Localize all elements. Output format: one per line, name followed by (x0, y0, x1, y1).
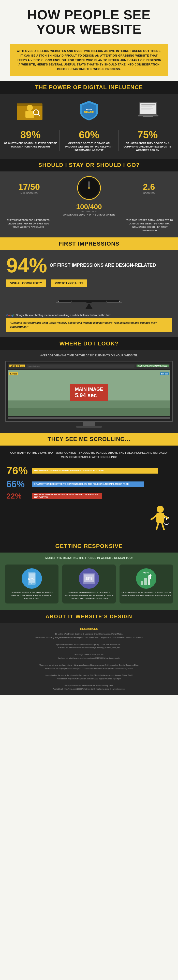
prototypicality-label: PROTOTYPICALITY (51, 280, 87, 287)
first-header: FIRST IMPRESSIONS (0, 237, 178, 250)
scroll-22-bar-fill: THE PERCENTAGE OF PAGES SCROLLED SEE THE… (32, 493, 102, 499)
resp-item-67: 67% OF USERS MORE LIKELY TO PURCHASE A P… (5, 565, 58, 604)
logo-label: LOGO 6.48 sec (9, 364, 25, 368)
scroll-76-desc: THE NUMBER OF PAGES ON WHICH PEOPLE USED… (34, 469, 104, 472)
monitor-base (76, 426, 102, 428)
first-percent: 94% (6, 255, 47, 276)
stats-row: 89% OF CUSTOMERS SEARCH THE WEB BEFORE M… (0, 126, 178, 159)
tablet-icon: 48% (79, 568, 99, 589)
stay-right-number: 2.6 (125, 182, 173, 192)
stay-right-desc: THE TIME NEEDED FOR A USER'S EYE TO LAND… (126, 219, 173, 232)
responsive-subtitle: Mobility is dictating the trends in webs… (5, 556, 173, 559)
first-quote-area: Google Google Research Blog recommends m… (6, 314, 172, 332)
stat-75-percent: 75% (121, 130, 174, 140)
about-design-title: ABOUT IT WEBSITE'S DESIGN (6, 614, 172, 619)
balance-illustration (6, 291, 172, 311)
where-subtitle: Average viewing time of the basic elemen… (5, 354, 173, 357)
scroll-person-illustration (6, 504, 172, 535)
brand-graphic: YOUR BRAND (74, 99, 104, 122)
main-image-time: 5.94 sec (75, 392, 97, 398)
svg-rect-3 (25, 111, 34, 118)
scroll-22-percent: 22% (6, 492, 29, 500)
responsive-icons-row: 67% OF USERS MORE LIKELY TO PURCHASE A P… (5, 565, 173, 604)
first-desc: OF FIRST IMPRESSIONS ARE DESIGN-RELATED (50, 262, 156, 268)
svg-text:67%: 67% (28, 577, 35, 581)
stay-right-stat: 2.6 SECONDS (125, 182, 173, 194)
resp-circle-48: 48% (79, 568, 99, 589)
stay-left-stat: 17/50 MILLISECONDS (5, 182, 53, 194)
svg-point-25 (88, 187, 90, 189)
svg-line-39 (156, 523, 158, 530)
svg-text:62%: 62% (143, 571, 149, 574)
stat-60: 60% OF PEOPLE GO TO THE BRAND OR PRODUCT… (61, 127, 117, 154)
where-header: WHERE DO I LOOK? (0, 337, 178, 350)
sidebar-right-label: 5.95 sec (160, 372, 169, 375)
svg-rect-36 (156, 513, 164, 523)
scroll-66-desc: OF ATTENTION DEDICATED TO CONTENTS BELOW… (34, 483, 129, 485)
about-design-section: ABOUT IT WEBSITE'S DESIGN (0, 610, 178, 624)
resources-section: Resources 10 Mobile Web Design Statistic… (0, 624, 178, 695)
main-image-label: MAIN IMAGE 5.94 sec (70, 384, 108, 401)
stat-89-percent: 89% (4, 130, 57, 140)
scroll-66-bar: OF ATTENTION DEDICATED TO CONTENTS BELOW… (32, 482, 172, 487)
svg-point-2 (27, 105, 33, 111)
scroll-76-bar: THE NUMBER OF PAGES ON WHICH PEOPLE USED… (32, 468, 172, 474)
resources-text: 10 Mobile Web Design Statistics & Market… (5, 632, 173, 691)
resources-title: Resources (5, 627, 173, 630)
where-section: WHERE DO I LOOK? Average viewing time of… (0, 337, 178, 433)
scroll-subtitle: Contrary to the views that most content … (6, 451, 172, 460)
scroll-22-bar: THE PERCENTAGE OF PAGES SCROLLED SEE THE… (32, 493, 172, 499)
digital-header: THE POWER OF DIGITAL INFLUENCE (0, 81, 178, 94)
svg-rect-28 (58, 300, 120, 302)
mobile-icon: 67% (22, 568, 42, 589)
svg-text:48%: 48% (85, 577, 93, 581)
monitor-graphic: LOGO 6.48 sec yourwebsite.com MAIN NAVIG… (5, 361, 173, 422)
digital-icons-row: YOUR BRAND (0, 94, 178, 126)
nav-label: MAIN NAVIGATION MENU 6.44 sec (137, 364, 169, 368)
where-content: Average viewing time of the basic elemen… (0, 350, 178, 433)
resp-circle-62: 62% (136, 568, 156, 589)
page-title: HOW PEOPLE SEE YOUR WEBSITE (8, 8, 170, 37)
stay-bottom-row: THE TIME NEEDED FOR A PERSON TO DECIDE W… (5, 219, 173, 232)
stat-75-desc: OF USERS ADMIT THEY DECIDE ON A COMPANY'… (121, 142, 174, 151)
scroll-76-percent: 76% (6, 465, 29, 477)
monitor-bottom-strip (8, 417, 170, 419)
stay-left-unit: MILLISECONDS (5, 192, 53, 194)
stay-section: SHOULD I STAY OR SHOULD I GO? 17/50 MILL… (0, 159, 178, 237)
svg-line-37 (151, 515, 156, 519)
stay-center-desc: AN AVERAGE LENGTH OF A BLINK OF AN EYE (5, 213, 173, 216)
svg-line-40 (162, 523, 164, 530)
clock-container (53, 175, 125, 201)
svg-rect-29 (56, 302, 71, 303)
responsive-section: GETTING RESPONSIVE Mobility is dictating… (0, 540, 178, 610)
stay-right-unit: SECONDS (125, 192, 173, 194)
stay-center-number: 100/400 (5, 203, 173, 210)
svg-text:YOUR: YOUR (86, 108, 93, 111)
svg-rect-16 (143, 116, 153, 117)
scroll-76-bar-fill: THE NUMBER OF PAGES ON WHICH PEOPLE USED… (32, 468, 158, 474)
quote-box: "Designs that contradict what users typi… (6, 318, 172, 332)
scrolling-header: THEY SEE ME SCROLLING... (0, 433, 178, 445)
stay-content: 17/50 MILLISECONDS (0, 172, 178, 237)
intro-text-box: WITH OVER A BILLION WEBSITES AND OVER TW… (10, 45, 168, 76)
landscape-fg (8, 408, 170, 416)
address-bar: yourwebsite.com (27, 364, 134, 368)
resp-item-62: 62% OF COMPANIES THAT DESIGNED A WEBSITE… (120, 565, 173, 604)
svg-point-45 (31, 583, 32, 584)
stay-left-desc: THE TIME NEEDED FOR A PERSON TO DECIDE W… (5, 219, 52, 232)
stat-60-percent: 60% (62, 130, 115, 140)
svg-point-35 (157, 506, 164, 513)
stat-89-desc: OF CUSTOMERS SEARCH THE WEB BEFORE MAKIN… (4, 142, 57, 148)
intro-section: WITH OVER A BILLION WEBSITES AND OVER TW… (0, 42, 178, 81)
digital-influence-section: THE POWER OF DIGITAL INFLUENCE (0, 81, 178, 159)
svg-rect-30 (107, 302, 122, 303)
laptop-icon-item (121, 99, 175, 124)
stay-center-unit: MILLISECONDS (5, 210, 173, 213)
laptop-graphic (133, 99, 164, 122)
scrolling-section: THEY SEE ME SCROLLING... Contrary to the… (0, 433, 178, 540)
stay-left-number: 17/50 (5, 182, 53, 192)
google-research-line: Google Google Research Blog recommends m… (6, 314, 172, 317)
search-icon-item (3, 99, 57, 124)
first-content: 94% OF FIRST IMPRESSIONS ARE DESIGN-RELA… (0, 250, 178, 337)
scroll-22-desc: THE PERCENTAGE OF PAGES SCROLLED SEE THE… (34, 493, 100, 499)
